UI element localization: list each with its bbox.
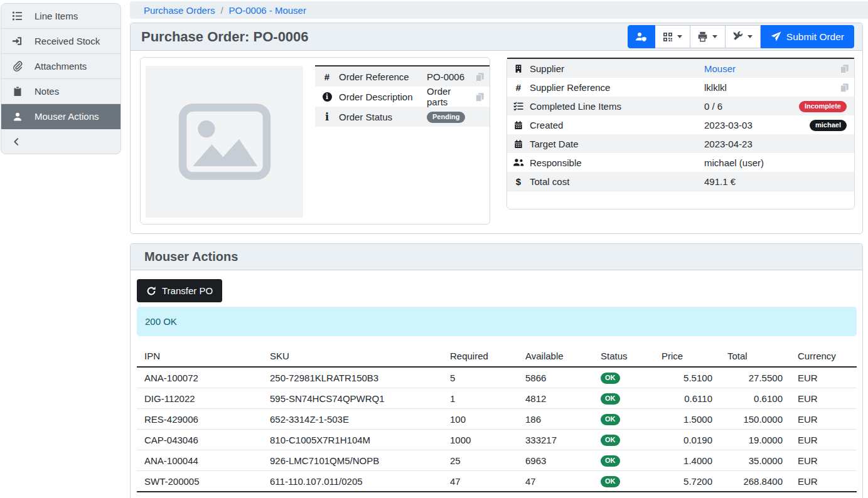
info-circle-icon: i xyxy=(315,92,339,102)
cell-required: 5 xyxy=(442,367,518,388)
hashtag-icon: # xyxy=(315,72,339,82)
table-row: ANA-100044 926-LMC7101QM5/NOPB 25 6963 O… xyxy=(137,450,857,471)
dollar-icon: $ xyxy=(507,176,530,187)
cell-total: 150.0000 xyxy=(720,409,790,430)
cell-required: 47 xyxy=(442,471,518,492)
cell-status: OK xyxy=(593,471,654,492)
copy-icon[interactable] xyxy=(834,83,854,92)
supplier-details-card: Supplier Mouser # Supplier Reference lkl… xyxy=(506,57,855,209)
table-row: CAP-043046 810-C1005X7R1H104M 1000 33321… xyxy=(137,430,857,450)
ok-badge: OK xyxy=(601,393,620,405)
info-icon: i xyxy=(315,111,339,123)
cell-price: 0.6110 xyxy=(654,388,720,409)
table-row: ANA-100072 250-72981KLRATR150B3 5 5866 O… xyxy=(137,367,857,388)
submit-order-label: Submit Order xyxy=(786,31,844,43)
table-header-row: IPN SKU Required Available Status Price … xyxy=(137,347,857,367)
detail-value: PO-0006 xyxy=(427,72,469,82)
chevron-left-icon xyxy=(12,137,21,146)
list-ol-icon xyxy=(11,11,24,21)
cell-required: 100 xyxy=(442,409,518,430)
footer-label: Total xyxy=(137,492,262,498)
copy-icon[interactable] xyxy=(469,92,490,102)
cell-currency: EUR xyxy=(790,450,857,471)
sidebar-item-attachments[interactable]: Attachments xyxy=(1,54,121,79)
user-shield-button[interactable] xyxy=(628,25,655,48)
submit-order-button[interactable]: Submit Order xyxy=(761,25,854,48)
cell-price: 1.5000 xyxy=(654,409,720,430)
cell-ipn: RES-429006 xyxy=(137,409,262,430)
cell-ipn: CAP-043046 xyxy=(137,430,262,450)
rotate-icon xyxy=(146,286,156,296)
cell-currency: EUR xyxy=(790,367,857,388)
app-root: Line Items Received Stock Attachments No… xyxy=(0,0,868,498)
sidebar-item-mouser-actions[interactable]: Mouser Actions xyxy=(1,104,121,129)
calendar-icon xyxy=(507,120,530,130)
table-footer-row: Total 501.0000 xyxy=(137,492,857,498)
breadcrumb: Purchase Orders / PO-0006 - Mouser xyxy=(130,1,868,19)
transfer-po-button[interactable]: Transfer PO xyxy=(137,279,222,302)
sidebar-item-label: Mouser Actions xyxy=(35,111,99,122)
user-shield-icon xyxy=(635,31,647,42)
detail-label: Created xyxy=(530,120,704,130)
chevron-down-icon xyxy=(712,35,717,38)
incomplete-badge: Incomplete xyxy=(799,101,847,112)
ok-badge: OK xyxy=(601,435,620,446)
copy-icon[interactable] xyxy=(469,72,490,82)
print-menu-button[interactable] xyxy=(690,25,726,48)
col-header-total: Total xyxy=(720,347,790,367)
sidebar-item-received-stock[interactable]: Received Stock xyxy=(1,29,121,54)
cell-available: 6963 xyxy=(518,450,593,471)
copy-icon[interactable] xyxy=(834,64,854,73)
response-alert: 200 OK xyxy=(137,307,857,336)
cell-required: 1 xyxy=(442,388,518,409)
detail-label: Order Description xyxy=(339,92,427,102)
clipboard-icon xyxy=(11,87,24,97)
transfer-po-label: Transfer PO xyxy=(162,285,213,296)
breadcrumb-link-current-order[interactable]: PO-0006 - Mouser xyxy=(229,5,306,16)
users-icon xyxy=(507,158,530,167)
user-icon xyxy=(11,112,24,122)
detail-label: Responsible xyxy=(530,157,704,168)
order-details-card: # Order Reference PO-0006 i Order Descri… xyxy=(140,57,490,225)
actions-menu-button[interactable] xyxy=(726,25,761,48)
detail-value: 2023-03-03 xyxy=(704,120,810,130)
cell-total: 0.6100 xyxy=(720,388,790,409)
barcode-menu-button[interactable] xyxy=(655,25,690,48)
detail-row-created: Created 2023-03-03 michael xyxy=(507,115,854,134)
cell-ipn: ANA-100072 xyxy=(137,367,262,388)
detail-value: lklklkl xyxy=(704,82,834,93)
cell-price: 0.0190 xyxy=(654,430,720,450)
building-icon xyxy=(507,64,530,73)
page-title: Purchase Order: PO-0006 xyxy=(141,29,309,45)
sidebar-item-notes[interactable]: Notes xyxy=(1,79,121,104)
list-check-icon xyxy=(507,101,530,111)
cell-currency: EUR xyxy=(790,430,857,450)
sidebar-item-label: Received Stock xyxy=(35,36,100,46)
ok-badge: OK xyxy=(601,455,620,467)
col-header-status: Status xyxy=(593,347,654,367)
cell-available: 186 xyxy=(518,409,593,430)
breadcrumb-link-purchase-orders[interactable]: Purchase Orders xyxy=(144,5,215,16)
cell-price: 5.5100 xyxy=(654,367,720,388)
cell-price: 5.7200 xyxy=(654,471,720,492)
detail-label: Supplier xyxy=(530,63,704,74)
sidebar-item-line-items[interactable]: Line Items xyxy=(1,4,121,29)
cell-total: 35.0000 xyxy=(720,450,790,471)
detail-row-supplier: Supplier Mouser xyxy=(507,59,854,78)
detail-value: Mouser xyxy=(704,63,834,74)
table-row: SWT-200005 611-110.107.011/0205 47 47 OK… xyxy=(137,471,857,492)
chevron-down-icon xyxy=(677,35,682,38)
supplier-link[interactable]: Mouser xyxy=(704,63,736,74)
cell-currency: EUR xyxy=(790,471,857,492)
sidebar-collapse-button[interactable] xyxy=(1,129,121,154)
detail-row-responsible: Responsible michael (user) xyxy=(507,153,854,172)
mouser-actions-body: Transfer PO 200 OK IPN SKU Required Avai… xyxy=(131,270,862,498)
ok-badge: OK xyxy=(601,476,620,487)
detail-label: Order Status xyxy=(339,112,427,122)
hashtag-icon: # xyxy=(507,82,530,93)
cell-required: 25 xyxy=(442,450,518,471)
detail-value: michael (user) xyxy=(704,157,854,168)
cell-sku: 926-LMC7101QM5/NOPB xyxy=(262,450,442,471)
ok-badge: OK xyxy=(601,414,620,425)
cell-total: 19.0000 xyxy=(720,430,790,450)
